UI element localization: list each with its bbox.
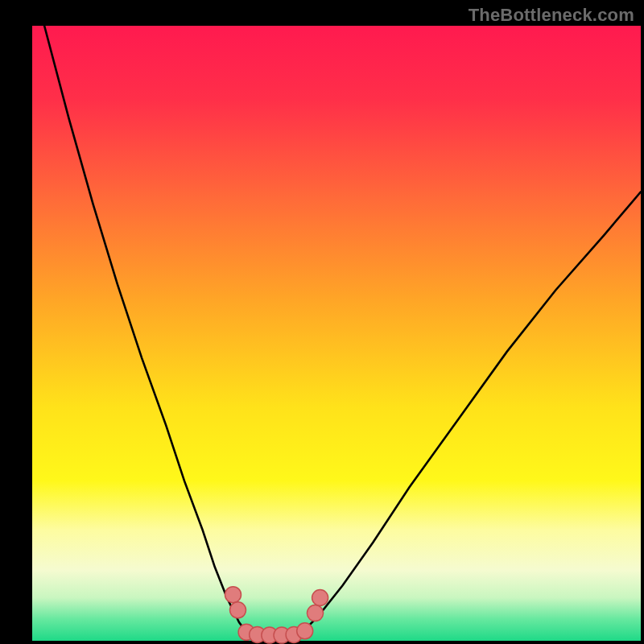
data-marker <box>230 602 246 618</box>
gradient-background <box>32 26 641 641</box>
bottleneck-chart <box>0 0 644 644</box>
data-marker <box>297 623 313 639</box>
data-marker <box>312 590 328 606</box>
watermark-text: TheBottleneck.com <box>469 5 634 26</box>
chart-frame: TheBottleneck.com <box>0 0 644 644</box>
data-marker <box>308 605 324 621</box>
data-marker <box>225 587 242 603</box>
